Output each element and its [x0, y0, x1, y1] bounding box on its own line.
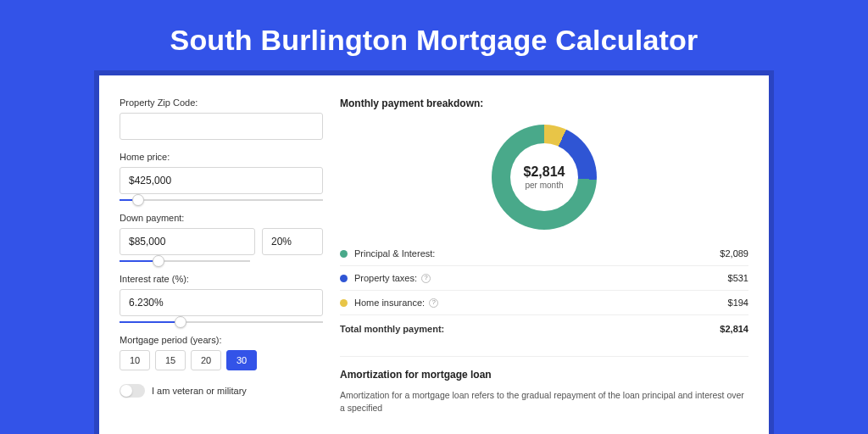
breakdown-column: Monthly payment breakdown: $2,814 per mo… [340, 97, 748, 414]
amortization-section: Amortization for mortgage loan Amortizat… [340, 356, 748, 414]
interest-rate-slider-fill [120, 321, 181, 323]
veteran-toggle-knob [120, 385, 132, 397]
interest-rate-slider[interactable] [120, 321, 323, 323]
legend-label-text: Home insurance: [354, 298, 425, 308]
home-price-slider[interactable] [120, 199, 323, 201]
legend-row-principal: Principal & Interest: $2,089 [340, 242, 748, 266]
period-option-30[interactable]: 30 [226, 350, 257, 370]
home-price-input[interactable] [120, 167, 323, 194]
amortization-text: Amortization for a mortgage loan refers … [340, 389, 748, 414]
legend-value-taxes: $531 [728, 273, 748, 283]
amortization-title: Amortization for mortgage loan [340, 369, 748, 381]
donut-chart: $2,814 per month [492, 125, 597, 230]
legend-row-total: Total monthly payment: $2,814 [340, 315, 748, 341]
breakdown-title: Monthly payment breakdown: [340, 97, 748, 109]
interest-rate-field: Interest rate (%): [120, 274, 323, 323]
legend-row-insurance: Home insurance: ? $194 [340, 291, 748, 315]
mortgage-period-label: Mortgage period (years): [120, 335, 323, 345]
legend-label-total: Total monthly payment: [340, 324, 720, 334]
info-icon[interactable]: ? [421, 274, 431, 283]
legend-label-taxes: Property taxes: ? [354, 273, 728, 283]
down-payment-percent-input[interactable] [262, 228, 323, 255]
veteran-label: I am veteran or military [152, 386, 247, 396]
down-payment-slider-thumb[interactable] [153, 255, 164, 267]
legend-value-principal: $2,089 [720, 248, 748, 259]
interest-rate-input[interactable] [120, 289, 323, 316]
legend-label-insurance: Home insurance: ? [354, 298, 728, 308]
period-option-20[interactable]: 20 [191, 350, 221, 370]
down-payment-slider[interactable] [120, 260, 250, 262]
donut-chart-wrap: $2,814 per month [340, 120, 748, 242]
mortgage-period-field: Mortgage period (years): 10 15 20 30 [120, 335, 323, 370]
donut-amount: $2,814 [524, 164, 565, 180]
down-payment-label: Down payment: [120, 213, 323, 223]
donut-center: $2,814 per month [510, 143, 578, 211]
home-price-field: Home price: [120, 152, 323, 201]
donut-sub: per month [525, 181, 563, 190]
home-price-label: Home price: [120, 152, 323, 162]
legend-dot-principal [340, 250, 348, 258]
period-option-10[interactable]: 10 [120, 350, 150, 370]
legend-label-text: Property taxes: [354, 273, 417, 283]
inputs-column: Property Zip Code: Home price: Down paym… [120, 97, 323, 414]
home-price-slider-thumb[interactable] [132, 194, 144, 206]
legend-dot-taxes [340, 275, 348, 282]
mortgage-period-options: 10 15 20 30 [120, 350, 323, 370]
legend-label-principal: Principal & Interest: [354, 248, 720, 259]
zip-input[interactable] [120, 113, 323, 140]
interest-rate-slider-thumb[interactable] [175, 316, 186, 328]
page-title: South Burlington Mortgage Calculator [0, 0, 868, 75]
down-payment-amount-input[interactable] [120, 228, 255, 255]
legend-row-taxes: Property taxes: ? $531 [340, 266, 748, 291]
veteran-toggle[interactable] [120, 384, 145, 398]
veteran-row: I am veteran or military [120, 384, 323, 398]
legend-value-insurance: $194 [728, 298, 748, 308]
zip-field: Property Zip Code: [120, 97, 323, 140]
interest-rate-label: Interest rate (%): [120, 274, 323, 284]
legend-dot-insurance [340, 299, 348, 307]
period-option-15[interactable]: 15 [155, 350, 186, 370]
info-icon[interactable]: ? [429, 298, 438, 308]
zip-label: Property Zip Code: [120, 97, 323, 108]
legend-value-total: $2,814 [720, 324, 748, 334]
legend-label-text: Principal & Interest: [354, 248, 435, 259]
down-payment-field: Down payment: [120, 213, 323, 262]
calculator-panel: Property Zip Code: Home price: Down paym… [99, 75, 769, 434]
